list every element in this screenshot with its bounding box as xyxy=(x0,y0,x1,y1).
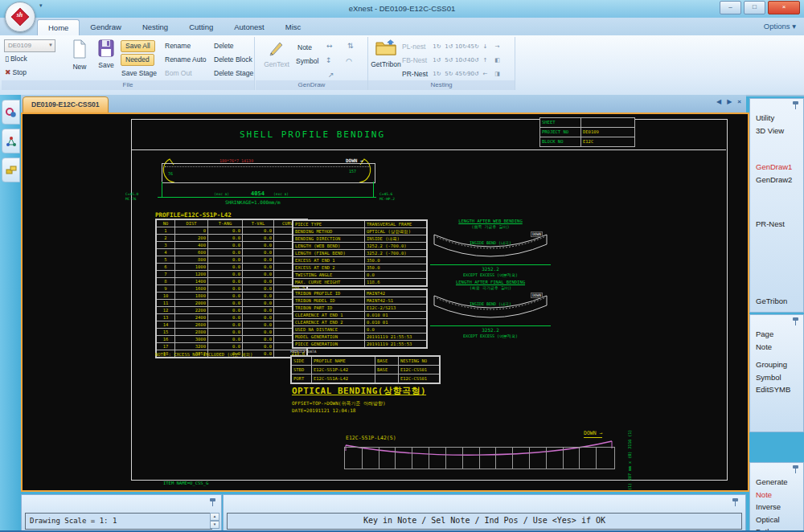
pin-icon[interactable] xyxy=(209,498,216,507)
pin-icon[interactable] xyxy=(792,317,799,326)
app-logo-diamond-icon: sh xyxy=(11,8,30,27)
shrinkage-note: SHRINKAGE=1.000mm/m xyxy=(225,199,281,205)
delete-stage-button[interactable]: Delete Stage xyxy=(214,68,253,79)
spinner-up-icon[interactable]: ▲ xyxy=(210,513,219,521)
needed-button[interactable]: Needed xyxy=(121,54,154,66)
stop-button[interactable]: ✖Stop xyxy=(5,68,27,78)
panel-note[interactable]: Note xyxy=(750,489,803,501)
page-icon: ▯ xyxy=(5,55,9,63)
panel-grouping[interactable]: Grouping xyxy=(750,358,803,371)
nesting-row-fb-nest: FB-Nest xyxy=(402,56,431,64)
profile-row: 1324000.00.0130.4 xyxy=(156,314,307,321)
rotate-10-icon[interactable]: 10↻ xyxy=(455,43,467,50)
tab-gendraw[interactable]: Gendraw xyxy=(80,19,132,35)
stretch-vertical-icon[interactable]: ↕ xyxy=(326,56,332,64)
panel-gendraw1[interactable]: GenDraw1 xyxy=(750,161,803,174)
ribbon: DE0109▼ ▯Block ✖Stop New xyxy=(0,35,804,96)
document-tab[interactable]: DE0109-E12C-CSS01 xyxy=(23,96,109,113)
note-button[interactable]: Note xyxy=(297,43,312,53)
stretch-horizontal-icon[interactable]: ↔ xyxy=(326,42,333,50)
delete-block-button[interactable]: Delete Block xyxy=(214,55,252,65)
pin-icon[interactable] xyxy=(732,498,739,507)
tab-home[interactable]: Home xyxy=(37,19,80,35)
options-menu[interactable]: Options ▾ xyxy=(764,18,796,35)
rename-auto-button[interactable]: Rename Auto xyxy=(165,55,207,65)
new-button[interactable]: New xyxy=(68,39,92,71)
rename-button[interactable]: Rename xyxy=(165,41,191,51)
tool-structure-button[interactable] xyxy=(2,129,20,153)
rotate-5-icon[interactable]: 5↻ xyxy=(443,71,455,77)
arrow-down-icon[interactable]: ↓ xyxy=(479,43,491,50)
pin-icon[interactable] xyxy=(792,465,799,474)
tool-view-button[interactable] xyxy=(2,100,20,125)
panel-symbol[interactable]: Symbol xyxy=(750,371,803,384)
combo-caret-icon: ▼ xyxy=(48,40,53,51)
minimize-button[interactable]: – xyxy=(720,1,741,14)
scale-spinner[interactable]: ▲ ▼ xyxy=(210,513,219,530)
file-group-label: File xyxy=(2,80,254,90)
rotate-1-ccw-icon[interactable]: 1↺ xyxy=(443,43,455,50)
tribon-table: TRIBON PROFILE IDMAINT42TRIBON MODEL IDM… xyxy=(292,289,428,349)
symbol-button[interactable]: Symbol xyxy=(296,56,318,67)
arc-icon[interactable]: ◠ xyxy=(346,57,352,65)
pin-icon[interactable] xyxy=(792,101,799,110)
save-all-button[interactable]: Save All xyxy=(121,40,155,52)
rotate-90-icon[interactable]: 90↺ xyxy=(467,71,479,77)
rotate-1-cw-icon[interactable]: 1↻ xyxy=(431,43,443,50)
tab-cutting[interactable]: Cutting xyxy=(178,19,224,35)
stretch-diagonal-icon[interactable]: ↗ xyxy=(328,71,334,79)
panel-generate[interactable]: Generate xyxy=(750,476,803,489)
panel-pr-nest[interactable]: PR-Nest xyxy=(750,218,803,231)
rotate-10-icon[interactable]: 10↺ xyxy=(455,57,467,63)
panel-page[interactable]: Page xyxy=(750,328,803,341)
nesting-row-pr-nest[interactable]: PR-Nest xyxy=(402,70,431,78)
date-note: DATE=20191121 12:04:18 xyxy=(292,407,355,413)
drawing-scale-field[interactable]: Drawing Scale = 1: 1 xyxy=(25,513,212,530)
gendraw-group-label: GenDraw xyxy=(256,80,367,90)
save-button[interactable]: Save xyxy=(94,39,118,69)
panel-optical[interactable]: Optical xyxy=(750,514,803,526)
mirror-vertical-icon[interactable]: ◨ xyxy=(491,71,503,77)
arrow-up-icon[interactable]: ↑ xyxy=(479,57,491,63)
block-button[interactable]: ▯Block xyxy=(5,54,27,64)
panel-utility[interactable]: Utility xyxy=(750,112,803,125)
ribbon-tab-bar: HomeGendrawNestingCuttingAutonestMisc Op… xyxy=(0,18,804,35)
gettribon-button[interactable]: GetTribon xyxy=(371,39,401,68)
panel-getribon[interactable]: GeTribon xyxy=(750,295,803,308)
profile-header: PROFILE=E12C-SS1P-L42 xyxy=(155,211,232,219)
close-button[interactable]: × xyxy=(768,1,800,14)
app-logo[interactable]: sh xyxy=(5,2,35,32)
delete-button[interactable]: Delete xyxy=(214,41,234,51)
panel-note[interactable]: Note xyxy=(750,341,803,354)
drawing-canvas[interactable]: SHELL PROFILE BENDING SHEETPROJECT NODE0… xyxy=(21,113,749,492)
tab-autonest[interactable]: Autonest xyxy=(224,19,275,35)
save-stage-button[interactable]: Save Stage xyxy=(121,68,157,79)
block-combo[interactable]: DE0109▼ xyxy=(4,39,55,52)
profile-row: 58000.00.0124.1 xyxy=(156,256,307,264)
maximize-button[interactable]: □ xyxy=(744,1,765,14)
rotate-40-icon[interactable]: 40↺ xyxy=(467,57,479,63)
spinner-down-icon[interactable]: ▼ xyxy=(210,521,219,529)
profile-row: 916000.00.0100.2 xyxy=(156,285,307,293)
panel-editsymb[interactable]: EditSYMB xyxy=(750,383,803,396)
tool-parts-button[interactable] xyxy=(2,158,20,182)
rotate-1-icon[interactable]: 1↻ xyxy=(431,71,443,77)
tab-scroll-right-icon[interactable]: ▶ xyxy=(727,98,732,105)
piece-table-row: BENDING DIRECTIONINSIDE (내곡) xyxy=(293,235,427,243)
rotate-45-icon[interactable]: 45↻ xyxy=(455,71,467,77)
panel-inverse[interactable]: Inverse xyxy=(750,501,803,514)
rotate-5-icon[interactable]: 5↺ xyxy=(443,57,455,63)
arrow-left-icon[interactable]: ← xyxy=(479,71,491,77)
arrow-right-icon[interactable]: → xyxy=(491,43,503,50)
swap-vertical-icon[interactable]: ⇅ xyxy=(347,42,354,50)
rotate-45-icon[interactable]: 45↻ xyxy=(467,43,479,50)
mirror-horizontal-icon[interactable]: ◧ xyxy=(491,57,503,63)
rotate-1-icon[interactable]: 1↺ xyxy=(431,57,443,63)
panel-3d-view[interactable]: 3D View xyxy=(750,125,803,137)
panel-gendraw2[interactable]: GenDraw2 xyxy=(750,174,803,186)
tab-close-icon[interactable]: × xyxy=(737,98,741,105)
tribon-table-row: CLEARENCE AT END 10.010 01 xyxy=(293,312,427,319)
tab-scroll-left-icon[interactable]: ◀ xyxy=(716,98,721,105)
tab-nesting[interactable]: Nesting xyxy=(132,19,178,35)
tab-misc[interactable]: Misc xyxy=(275,19,312,35)
